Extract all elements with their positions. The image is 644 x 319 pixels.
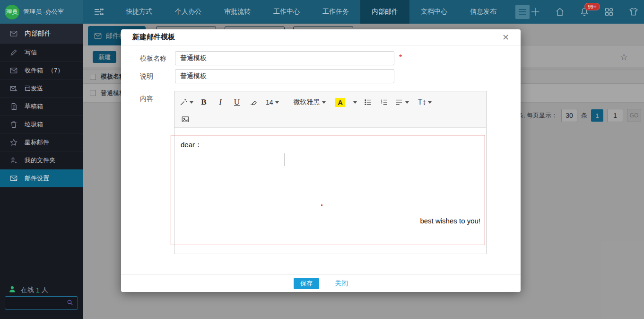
add-button[interactable] [530, 6, 541, 18]
content-label: 内容 [140, 95, 153, 103]
footer-divider [327, 279, 327, 288]
numbered-list-button[interactable] [378, 96, 391, 108]
sidebar-collapse-button[interactable] [83, 0, 114, 24]
sidebar-search[interactable] [5, 296, 78, 310]
font-size-select[interactable]: 14 [264, 96, 281, 108]
mail-settings-icon [9, 174, 18, 183]
pencil-icon [9, 48, 18, 57]
sidebar-item-my-folders[interactable]: 我的文件夹 [0, 151, 83, 169]
close-icon[interactable]: ✕ [502, 33, 509, 42]
description-label: 说明 [140, 72, 153, 81]
search-icon[interactable] [66, 299, 74, 308]
notifications-button[interactable]: 99+ [579, 6, 590, 18]
user-area[interactable]: 理员 管理员 -办公室 [0, 0, 83, 24]
main-menu: 快捷方式 个人办公 审批流转 工作中心 工作任务 内部邮件 文档中心 信息发布 [114, 0, 508, 24]
caret-down-icon [322, 101, 326, 104]
font-family-select[interactable]: 微软雅黑 [292, 96, 328, 108]
person-folder-icon [9, 156, 18, 165]
sent-mail-icon [9, 84, 18, 93]
caret-down-icon [190, 101, 193, 104]
nav-item-shortcuts[interactable]: 快捷方式 [114, 0, 164, 24]
sidebar: 内部邮件 写信 收件箱 （7） 已发送 草稿箱 [0, 24, 83, 319]
caret-down-icon [275, 101, 279, 104]
closing-text: best wishes to you! [420, 217, 480, 225]
template-name-label: 模板名称 [140, 54, 166, 63]
template-border-box: dear： best wishes to you! [171, 135, 485, 245]
sidebar-search-input[interactable] [5, 300, 66, 307]
caret-down-icon [405, 101, 409, 104]
sidebar-item-inbox[interactable]: 收件箱 （7） [0, 62, 83, 80]
sidebar-item-compose[interactable]: 写信 [0, 44, 83, 62]
sidebar-item-trash[interactable]: 垃圾箱 [0, 115, 83, 133]
inbox-unread-count: （7） [48, 66, 63, 75]
notification-badge: 99+ [584, 3, 600, 10]
star-icon [9, 138, 18, 147]
mail-icon [9, 29, 18, 38]
bullet-list-button[interactable] [362, 96, 374, 108]
editor-content-area[interactable]: dear： best wishes to you! [174, 128, 486, 254]
magic-wand-button[interactable] [179, 96, 193, 108]
remove-format-button[interactable] [247, 96, 260, 108]
sidebar-item-drafts[interactable]: 草稿箱 [0, 97, 83, 115]
new-mail-template-dialog: 新建邮件模板 ✕ 模板名称 * 说明 内容 B I U [121, 29, 521, 292]
collapse-menu-icon [93, 6, 104, 18]
draft-icon [9, 102, 18, 111]
caret-down-icon [428, 101, 432, 104]
align-button[interactable] [395, 96, 409, 108]
description-input[interactable] [175, 69, 394, 83]
close-button[interactable]: 关闭 [335, 279, 348, 288]
apps-grid-button[interactable] [603, 6, 615, 18]
dialog-header: 新建邮件模板 ✕ [121, 29, 521, 45]
stray-dot [321, 204, 322, 206]
template-name-input[interactable] [175, 51, 394, 65]
navbar-actions: 99+ [530, 0, 644, 24]
nav-item-internal-mail[interactable]: 内部邮件 [360, 0, 409, 24]
sidebar-item-starred[interactable]: 星标邮件 [0, 133, 83, 151]
caret-down-icon [353, 101, 357, 104]
sidebar-module-title: 内部邮件 [0, 24, 83, 44]
sidebar-item-sent[interactable]: 已发送 [0, 80, 83, 97]
dialog-title: 新建邮件模板 [132, 33, 175, 42]
trash-icon [9, 120, 18, 129]
insert-image-button[interactable] [179, 113, 191, 125]
nav-item-approval-flow[interactable]: 审批流转 [213, 0, 262, 24]
inbox-icon [9, 66, 18, 75]
nav-item-work-tasks[interactable]: 工作任务 [311, 0, 360, 24]
online-status: 在线 1 人 [0, 285, 83, 294]
home-button[interactable] [554, 6, 566, 18]
font-color-caret[interactable] [351, 96, 357, 108]
top-navbar: 理员 管理员 -办公室 快捷方式 个人办公 审批流转 工作中心 工作任务 内部邮… [0, 0, 644, 24]
italic-button[interactable]: I [214, 96, 226, 108]
line-height-button[interactable]: T↕ [418, 96, 432, 108]
sidebar-item-mail-settings[interactable]: 邮件设置 [0, 169, 83, 187]
avatar[interactable]: 理员 [5, 5, 19, 19]
dialog-footer: 保存 关闭 [121, 274, 521, 292]
theme-button[interactable] [628, 6, 639, 18]
underline-button[interactable]: U [231, 96, 243, 108]
rich-text-editor: B I U 14 微软雅黑 A [174, 91, 487, 254]
nav-item-personal-office[interactable]: 个人办公 [164, 0, 213, 24]
font-color-button[interactable]: A [334, 96, 347, 108]
hamburger-icon [519, 8, 526, 16]
bold-button[interactable]: B [198, 96, 210, 108]
text-cursor [285, 153, 285, 166]
app-window: 理员 管理员 -办公室 快捷方式 个人办公 审批流转 工作中心 工作任务 内部邮… [0, 0, 644, 319]
nav-item-info-publish[interactable]: 信息发布 [459, 0, 508, 24]
online-count: 1 [36, 286, 40, 294]
nav-item-work-center[interactable]: 工作中心 [262, 0, 311, 24]
save-button[interactable]: 保存 [294, 278, 319, 289]
nav-item-document-center[interactable]: 文档中心 [409, 0, 459, 24]
required-asterisk: * [399, 53, 402, 62]
online-user-icon [9, 285, 16, 294]
greeting-text: dear： [181, 141, 202, 150]
editor-toolbar: B I U 14 微软雅黑 A [174, 91, 486, 128]
more-menu-button[interactable] [515, 5, 530, 19]
user-name: 管理员 -办公室 [23, 8, 64, 16]
